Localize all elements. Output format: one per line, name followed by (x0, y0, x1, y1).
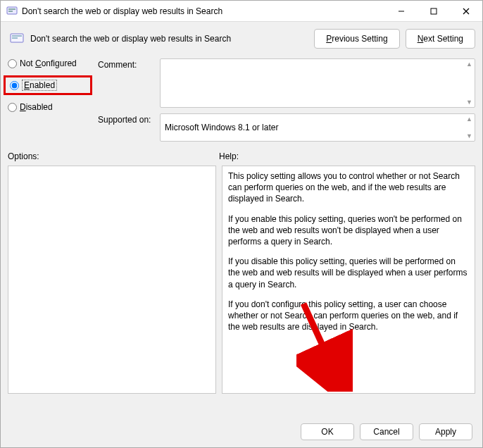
supported-on-field: Microsoft Windows 8.1 or later ▲ ▼ (160, 113, 475, 142)
radio-not-configured-label: Not Configured (20, 58, 77, 68)
previous-setting-button[interactable]: Previous Setting (314, 29, 399, 49)
apply-button[interactable]: Apply (419, 423, 472, 440)
panel-labels: Options: Help: (8, 151, 475, 161)
svg-rect-8 (12, 35, 22, 37)
next-setting-button[interactable]: Next Setting (406, 29, 475, 49)
next-rest: ext Setting (423, 34, 463, 44)
supported-on-text: Microsoft Windows 8.1 or later (165, 123, 278, 132)
panels-row: This policy setting allows you to contro… (8, 166, 475, 416)
radio-not-configured-input[interactable] (8, 59, 17, 68)
radio-enabled-input[interactable] (10, 81, 19, 90)
header-title: Don't search the web or display web resu… (30, 34, 308, 44)
comment-textarea[interactable]: ▲ ▼ (160, 58, 475, 108)
help-label: Help: (219, 151, 239, 161)
close-button[interactable] (450, 1, 482, 22)
enabled-highlight: Enabled (4, 75, 92, 95)
radio-enabled-label: Enabled (22, 80, 57, 91)
help-paragraph: If you disable this policy setting, quer… (228, 256, 469, 290)
svg-rect-4 (431, 8, 437, 14)
help-paragraph: If you enable this policy setting, queri… (228, 213, 469, 248)
policy-header-icon (8, 30, 26, 48)
window-title: Don't search the web or display web resu… (22, 6, 385, 16)
help-panel[interactable]: This policy setting allows you to contro… (222, 166, 475, 394)
state-radios: Not Configured Enabled Disabled (8, 58, 92, 142)
options-label: Options: (8, 151, 219, 161)
prev-rest: revious Setting (332, 34, 387, 44)
ok-button[interactable]: OK (301, 423, 354, 440)
svg-rect-1 (8, 8, 15, 10)
scroll-down-icon: ▼ (466, 132, 472, 139)
settings-grid: Not Configured Enabled Disabled Comment:… (8, 58, 475, 142)
footer-buttons: OK Cancel Apply (8, 416, 475, 447)
supported-on-label: Supported on: (98, 113, 154, 142)
content-area: Don't search the web or display web resu… (1, 22, 482, 447)
radio-disabled-label: Disabled (20, 102, 53, 112)
comment-label: Comment: (98, 58, 154, 108)
minimize-button[interactable] (385, 1, 418, 22)
help-paragraph: If you don't configure this policy setti… (228, 299, 469, 333)
scroll-up-icon: ▲ (466, 116, 472, 123)
policy-editor-window: Don't search the web or display web resu… (0, 0, 483, 448)
radio-not-configured[interactable]: Not Configured (8, 58, 92, 68)
scroll-down-icon: ▼ (466, 99, 472, 106)
options-panel[interactable] (8, 166, 216, 394)
radio-enabled[interactable]: Enabled (10, 80, 57, 91)
radio-disabled[interactable]: Disabled (8, 102, 92, 112)
svg-rect-2 (8, 11, 13, 12)
maximize-button[interactable] (418, 1, 450, 22)
svg-rect-9 (12, 37, 18, 39)
header-row: Don't search the web or display web resu… (8, 29, 475, 49)
radio-disabled-input[interactable] (8, 103, 17, 112)
scroll-up-icon: ▲ (466, 61, 472, 68)
help-paragraph: This policy setting allows you to contro… (228, 170, 469, 205)
cancel-button[interactable]: Cancel (360, 423, 413, 440)
policy-icon (6, 6, 18, 17)
titlebar: Don't search the web or display web resu… (1, 1, 482, 22)
